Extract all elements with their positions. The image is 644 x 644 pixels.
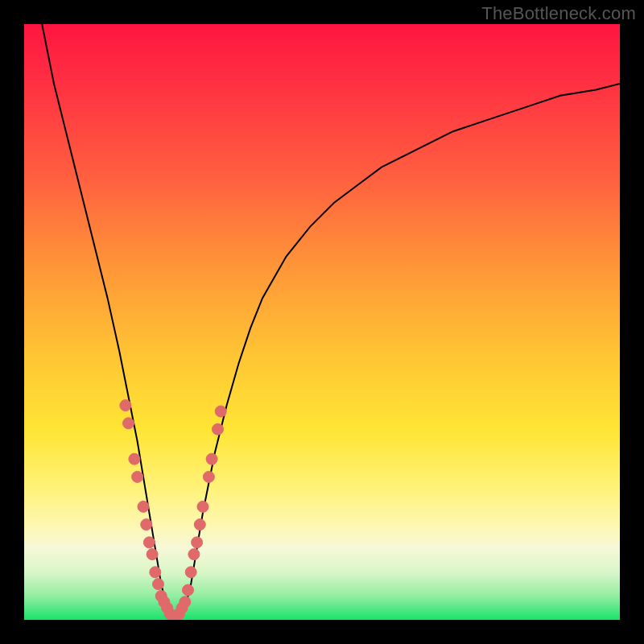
marker-dot xyxy=(188,549,200,560)
marker-dot xyxy=(183,584,194,596)
chart-svg xyxy=(24,24,620,620)
marker-dot xyxy=(147,549,158,560)
marker-dot xyxy=(180,597,191,608)
marker-dot xyxy=(197,501,208,512)
marker-dot xyxy=(215,406,226,417)
marker-dot xyxy=(138,501,149,512)
plot-area xyxy=(24,24,620,620)
marker-dot xyxy=(153,579,164,590)
marker-dot xyxy=(132,471,143,482)
marker-dot xyxy=(120,400,131,411)
marker-dot xyxy=(141,519,152,530)
marker-dot xyxy=(129,453,140,464)
bottleneck-curve xyxy=(42,24,620,620)
marker-dot xyxy=(185,567,196,578)
marker-dot xyxy=(150,567,161,578)
marker-dot xyxy=(143,537,155,548)
watermark-text: TheBottleneck.com xyxy=(481,3,636,24)
marker-dot xyxy=(123,418,134,429)
marker-dot xyxy=(206,453,217,464)
marker-dot xyxy=(203,471,214,482)
marker-dot xyxy=(194,519,205,530)
outer-frame: TheBottleneck.com xyxy=(0,0,644,644)
marker-dot xyxy=(192,537,203,548)
marker-dot xyxy=(213,423,224,435)
